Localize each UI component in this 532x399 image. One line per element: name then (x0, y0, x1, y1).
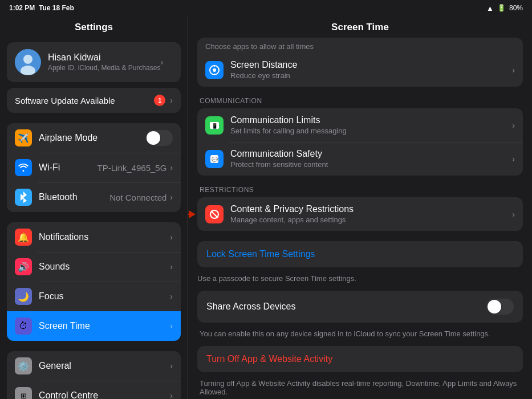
wifi-icon: ▲ (486, 4, 494, 13)
notifications-icon: 🔔 (15, 229, 32, 246)
screen-distance-row[interactable]: Screen Distance Reduce eye strain › (197, 53, 523, 87)
airplane-mode-row[interactable]: ✈️ Airplane Mode (7, 123, 181, 153)
connectivity-group: ✈️ Airplane Mode Wi-Fi TP-Link_4965_5G › (7, 123, 181, 212)
sounds-row[interactable]: 🔊 Sounds › (7, 252, 181, 282)
svg-line-13 (211, 211, 218, 218)
profile-chevron: › (160, 58, 163, 67)
communication-limits-title: Communication Limits (230, 115, 512, 125)
screen-distance-subtitle: Reduce eye strain (230, 71, 512, 80)
status-time: 1:02 PM Tue 18 Feb (9, 4, 74, 12)
control-centre-label: Control Centre (39, 390, 170, 399)
screen-distance-icon (205, 61, 224, 79)
restrictions-header: RESTRICTIONS (197, 186, 523, 197)
notifications-label: Notifications (39, 232, 170, 242)
left-panel-content: Hisan Kidwai Apple ID, iCloud, Media & P… (0, 38, 188, 399)
bluetooth-label: Bluetooth (39, 192, 109, 202)
lock-screen-time-title: Lock Screen Time Settings (206, 249, 514, 259)
profile-name: Hisan Kidwai (48, 52, 160, 63)
wifi-chevron: › (170, 163, 173, 172)
turn-off-row[interactable]: Turn Off App & Website Activity (197, 346, 523, 372)
general-row[interactable]: ⚙️ General › (7, 351, 181, 381)
left-panel-title: Settings (0, 16, 188, 38)
battery-icon: 🔋 (497, 4, 506, 12)
communication-safety-chevron: › (512, 154, 515, 164)
focus-icon: 🌙 (15, 288, 32, 305)
left-panel: Settings Hisan Kidwai Apple ID, iCloud, (0, 16, 188, 399)
communication-limits-row[interactable]: 📱 Communication Limits Set limits for ca… (197, 108, 523, 142)
content-privacy-icon (205, 205, 224, 223)
communication-safety-row[interactable]: 💬 Communication Safety Protect from sens… (197, 142, 523, 176)
svg-point-4 (213, 68, 216, 72)
focus-label: Focus (39, 291, 170, 302)
communication-header: COMMUNICATION (197, 97, 523, 108)
profile-subtitle: Apple ID, iCloud, Media & Purchases (48, 64, 160, 72)
content-privacy-chevron: › (512, 210, 515, 219)
share-across-devices-row[interactable]: Share Across Devices (197, 291, 523, 323)
content-privacy-subtitle: Manage content, apps and settings (230, 215, 512, 224)
wifi-label: Wi-Fi (39, 162, 98, 173)
bluetooth-icon (15, 189, 32, 206)
communication-group: 📱 Communication Limits Set limits for ca… (197, 108, 523, 176)
airplane-toggle[interactable] (145, 130, 173, 146)
screen-distance-group: Choose apps to allow at all times Screen… (197, 38, 523, 87)
bluetooth-value: Not Connected (109, 193, 166, 202)
svg-point-1 (23, 55, 33, 64)
wifi-value: TP-Link_4965_5G (98, 163, 167, 173)
communication-limits-subtitle: Set limits for calling and messaging (230, 127, 512, 135)
profile-row[interactable]: Hisan Kidwai Apple ID, iCloud, Media & P… (7, 42, 181, 82)
sounds-label: Sounds (39, 262, 170, 272)
focus-row[interactable]: 🌙 Focus › (7, 282, 181, 311)
content-privacy-title: Content & Privacy Restrictions (230, 204, 512, 214)
control-centre-icon: ⊞ (15, 387, 32, 399)
airplane-icon: ✈️ (15, 129, 32, 146)
turn-off-title: Turn Off App & Website Activity (206, 354, 514, 364)
communication-limits-icon: 📱 (205, 116, 224, 135)
status-bar: 1:02 PM Tue 18 Feb ▲ 🔋 80% (0, 0, 532, 16)
wifi-settings-icon (15, 159, 32, 176)
communication-safety-title: Communication Safety (230, 149, 512, 159)
communication-safety-subtitle: Protect from sensitive content (230, 160, 512, 169)
svg-text:💬: 💬 (212, 156, 218, 163)
screen-time-row[interactable]: ⏱ Screen Time › (7, 311, 181, 341)
profile-info: Hisan Kidwai Apple ID, iCloud, Media & P… (48, 52, 160, 72)
alerts-group: 🔔 Notifications › 🔊 Sounds › 🌙 Focus › ⏱… (7, 222, 181, 341)
display-group: ⚙️ General › ⊞ Control Centre › ☀️ Displ… (7, 351, 181, 399)
notifications-row[interactable]: 🔔 Notifications › (7, 222, 181, 252)
turn-off-desc: Turning off App & Website Activity disab… (197, 374, 523, 396)
main-layout: Settings Hisan Kidwai Apple ID, iCloud, (0, 16, 532, 399)
control-centre-row[interactable]: ⊞ Control Centre › (7, 381, 181, 399)
right-panel: Screen Time Choose apps to allow at all … (188, 16, 532, 399)
content-privacy-row[interactable]: Content & Privacy Restrictions Manage co… (197, 197, 523, 231)
screen-time-icon: ⏱ (15, 317, 32, 335)
screen-distance-chevron: › (512, 66, 515, 75)
screen-time-label: Screen Time (39, 321, 170, 331)
update-text: Software Update Available (15, 96, 115, 105)
share-across-label: Share Across Devices (206, 302, 296, 312)
right-panel-content: Choose apps to allow at all times Screen… (188, 38, 532, 399)
general-label: General (39, 361, 170, 371)
communication-limits-chevron: › (512, 121, 515, 130)
wifi-row[interactable]: Wi-Fi TP-Link_4965_5G › (7, 153, 181, 182)
communication-safety-icon: 💬 (205, 150, 224, 168)
share-toggle[interactable] (486, 299, 514, 315)
software-update-row[interactable]: Software Update Available 1 › (7, 88, 181, 113)
restrictions-group: Content & Privacy Restrictions Manage co… (197, 197, 523, 231)
battery-percent: 80% (509, 4, 523, 12)
sounds-icon: 🔊 (15, 258, 32, 275)
bluetooth-chevron: › (170, 193, 173, 202)
svg-text:📱: 📱 (212, 123, 218, 129)
general-icon: ⚙️ (15, 357, 32, 374)
share-desc: You can enable this on any device signed… (197, 325, 523, 338)
right-panel-title: Screen Time (188, 16, 532, 38)
update-chevron: › (170, 96, 173, 105)
update-badge: 1 (154, 95, 165, 106)
status-right: ▲ 🔋 80% (486, 4, 523, 13)
screen-distance-title: Screen Distance (230, 60, 512, 70)
avatar (15, 49, 41, 75)
airplane-label: Airplane Mode (39, 133, 145, 143)
lock-screen-time-row[interactable]: Lock Screen Time Settings (197, 241, 523, 267)
choose-apps-text: Choose apps to allow at all times (197, 38, 523, 53)
lock-screen-time-desc: Use a passcode to secure Screen Time set… (197, 270, 523, 283)
bluetooth-row[interactable]: Bluetooth Not Connected › (7, 182, 181, 212)
arrow-annotation (188, 210, 196, 218)
